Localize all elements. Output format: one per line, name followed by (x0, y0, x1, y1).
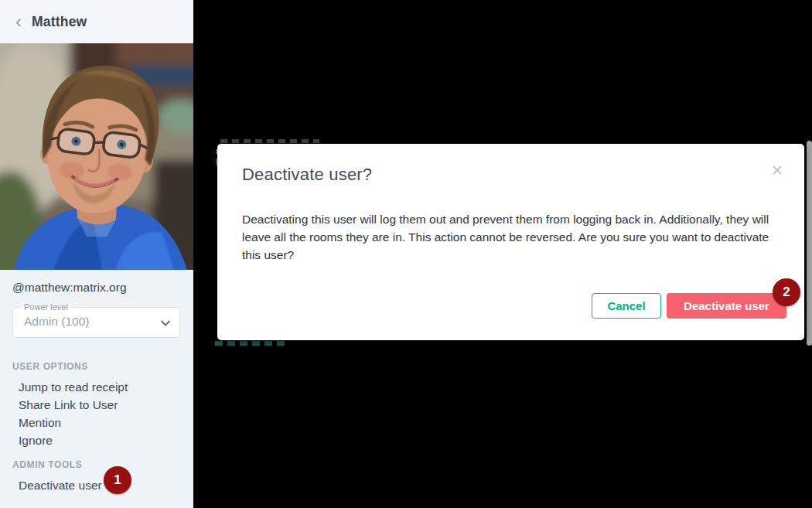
member-avatar-photo (0, 43, 193, 270)
section-user-options: USER OPTIONS (12, 361, 193, 372)
power-level-value: Admin (100) (24, 315, 89, 329)
matrix-user-id: @matthew:matrix.org (12, 281, 127, 295)
dialog-body-text: Deactivating this user will log them out… (242, 210, 777, 264)
chevron-down-icon (159, 317, 172, 329)
member-options: USER OPTIONS Jump to read receipt Share … (0, 361, 193, 496)
member-info-header: ‹ Matthew (0, 0, 193, 43)
option-ignore[interactable]: Ignore (19, 431, 193, 449)
member-name-title: Matthew (32, 14, 87, 30)
option-jump-to-read-receipt[interactable]: Jump to read receipt (19, 378, 193, 396)
dialog-buttons: Cancel Deactivate user (592, 293, 786, 319)
section-admin-tools: ADMIN TOOLS (12, 459, 193, 470)
close-icon[interactable]: ✕ (769, 162, 786, 179)
step-badge-2: 2 (773, 278, 800, 306)
power-level-select[interactable]: Power level Admin (100) (12, 307, 180, 338)
option-share-link-to-user[interactable]: Share Link to User (19, 396, 193, 414)
scrollbar[interactable] (807, 141, 812, 346)
back-button[interactable]: ‹ (10, 13, 27, 30)
option-mention[interactable]: Mention (19, 414, 193, 431)
cancel-button[interactable]: Cancel (592, 293, 661, 319)
background-artifact (215, 341, 288, 346)
dialog-title: Deactivate user? (242, 165, 372, 185)
app-window: ‹ Matthew (0, 0, 812, 508)
step-badge-1: 1 (104, 466, 131, 494)
deactivate-user-dialog: Deactivate user? ✕ Deactivating this use… (217, 144, 804, 340)
portrait-illustration (0, 43, 193, 270)
background-artifact (220, 139, 319, 143)
member-info-panel: ‹ Matthew (0, 0, 193, 508)
power-level-label: Power level (21, 302, 71, 312)
deactivate-user-button[interactable]: Deactivate user (667, 293, 786, 319)
